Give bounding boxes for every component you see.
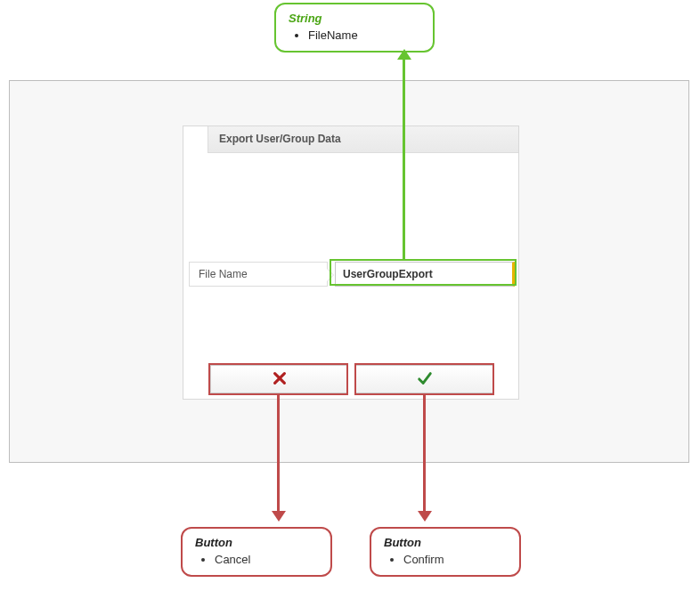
callout-confirm-item: Confirm: [403, 553, 507, 566]
cancel-button[interactable]: [210, 365, 348, 393]
filename-label-text: File Name: [199, 268, 248, 280]
dialog-button-row: [210, 365, 493, 393]
filename-input[interactable]: [335, 262, 515, 287]
check-icon: [417, 370, 433, 389]
filename-label: File Name: [189, 262, 328, 287]
callout-string-type: String: [289, 12, 420, 25]
callout-string-item: FileName: [308, 28, 420, 42]
callout-cancel-type: Button: [195, 536, 318, 549]
callout-confirm-type: Button: [384, 536, 507, 549]
confirm-button[interactable]: [355, 365, 493, 393]
filename-row: File Name: [189, 262, 515, 287]
dialog-title: Export User/Group Data: [219, 133, 341, 145]
dialog-titlebar: Export User/Group Data: [183, 126, 518, 153]
callout-cancel-item: Cancel: [215, 553, 318, 566]
callout-cancel: Button Cancel: [181, 527, 332, 577]
dialog-title-tab: [183, 126, 208, 153]
callout-confirm: Button Confirm: [370, 527, 521, 577]
export-dialog: Export User/Group Data File Name: [183, 125, 519, 400]
callout-string: String FileName: [274, 3, 435, 53]
cross-icon: [272, 370, 288, 389]
